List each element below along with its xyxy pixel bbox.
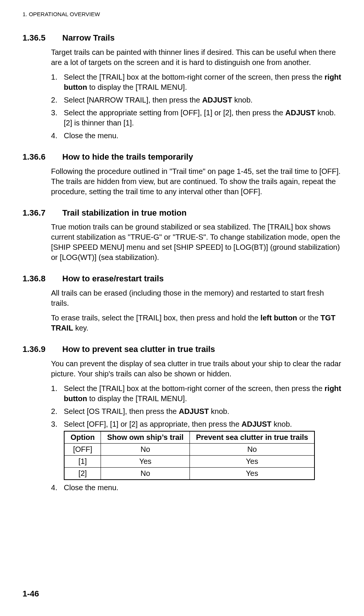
section-1-36-6: 1.36.6 How to hide the trails temporaril…: [23, 151, 341, 197]
ordered-steps: Select the [TRAIL] box at the bottom-rig…: [51, 383, 341, 493]
step-4: Close the menu.: [51, 483, 341, 493]
section-1-36-7: 1.36.7 Trail stabilization in true motio…: [23, 207, 341, 263]
step-4: Close the menu.: [51, 131, 341, 141]
table-header: Show own ship’s trail: [101, 431, 190, 444]
para-bold: left button: [260, 314, 297, 322]
section-1-36-8: 1.36.8 How to erase/restart trails All t…: [23, 273, 341, 333]
step-bold: ADJUST: [202, 96, 232, 104]
step-2: Select [OS TRAIL], then press the ADJUST…: [51, 406, 341, 417]
section-number: 1.36.8: [23, 273, 51, 284]
step-text: to display the [TRAIL MENU].: [87, 394, 187, 403]
section-1-36-5: 1.36.5 Narrow Trails Target trails can b…: [23, 32, 341, 141]
table-cell: [OFF]: [64, 443, 101, 455]
table-cell: [1]: [64, 455, 101, 467]
table-row: [1] Yes Yes: [64, 455, 314, 467]
page-number: 1-46: [23, 588, 39, 599]
section-title: Narrow Trails: [62, 32, 114, 44]
section-body: True motion trails can be ground stabili…: [51, 222, 341, 263]
step-text: knob.: [209, 407, 229, 415]
section-number: 1.36.6: [23, 151, 51, 163]
section-title: How to prevent sea clutter in true trail…: [62, 344, 215, 355]
table-cell: Yes: [190, 455, 315, 467]
section-para-2: To erase trails, select the [TRAIL] box,…: [51, 313, 341, 333]
step-1: Select the [TRAIL] box at the bottom-rig…: [51, 383, 341, 404]
step-bold: ADJUST: [179, 407, 209, 415]
para-text: or the: [297, 314, 320, 322]
table-header: Option: [64, 431, 101, 444]
step-text: Select the [TRAIL] box at the bottom-rig…: [64, 384, 325, 393]
step-3: Select [OFF], [1] or [2] as appropriate,…: [51, 419, 341, 480]
step-text: knob.: [272, 420, 292, 428]
step-2: Select [NARROW TRAIL], then press the AD…: [51, 95, 341, 105]
step-text: Select the [TRAIL] box at the bottom-rig…: [64, 73, 325, 81]
step-text: Select [OFF], [1] or [2] as appropriate,…: [64, 420, 242, 428]
section-number: 1.36.9: [23, 344, 51, 355]
step-text: Close the menu.: [64, 131, 119, 140]
step-text: Select the appropriate setting from [OFF…: [64, 109, 285, 117]
table-cell: [2]: [64, 467, 101, 480]
para-text: To erase trails, select the [TRAIL] box,…: [51, 314, 260, 322]
para-text: key.: [73, 324, 89, 332]
table-row: [2] No Yes: [64, 467, 314, 480]
step-text: Close the menu.: [64, 483, 119, 492]
table-row: [OFF] No No: [64, 443, 314, 455]
ordered-steps: Select the [TRAIL] box at the bottom-rig…: [51, 72, 341, 141]
step-1: Select the [TRAIL] box at the bottom-rig…: [51, 72, 341, 92]
step-text: to display the [TRAIL MENU].: [87, 83, 187, 91]
section-title: How to hide the trails temporarily: [62, 151, 193, 163]
table-cell: No: [101, 443, 190, 455]
section-title: How to erase/restart trails: [62, 273, 164, 284]
table-cell: No: [101, 467, 190, 480]
table-cell: Yes: [101, 455, 190, 467]
section-intro: Target trails can be painted with thinne…: [51, 47, 341, 68]
section-number: 1.36.5: [23, 32, 51, 44]
section-intro: You can prevent the display of sea clutt…: [51, 359, 341, 379]
step-bold: ADJUST: [242, 420, 272, 428]
section-title: Trail stabilization in true motion: [62, 207, 187, 219]
table-cell: Yes: [190, 467, 315, 480]
step-text: Select [OS TRAIL], then press the: [64, 407, 179, 415]
step-text: Select [NARROW TRAIL], then press the: [64, 96, 202, 104]
table-header: Prevent sea clutter in true trails: [190, 431, 315, 444]
options-table: Option Show own ship’s trail Prevent sea…: [64, 431, 315, 480]
section-1-36-9: 1.36.9 How to prevent sea clutter in tru…: [23, 344, 341, 493]
step-text: knob.: [232, 96, 253, 104]
section-body: Following the procedure outlined in "Tra…: [51, 166, 341, 197]
running-header: 1. OPERATIONAL OVERVIEW: [23, 11, 341, 18]
step-3: Select the appropriate setting from [OFF…: [51, 108, 341, 128]
section-number: 1.36.7: [23, 207, 51, 219]
table-cell: No: [190, 443, 315, 455]
step-bold: ADJUST: [285, 109, 315, 117]
section-para-1: All trails can be erased (including thos…: [51, 288, 341, 308]
